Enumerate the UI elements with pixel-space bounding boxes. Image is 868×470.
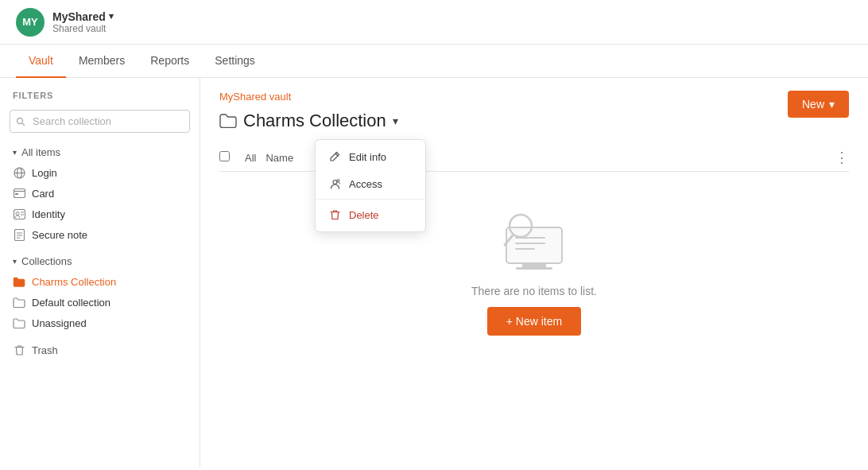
identity-label: Identity [32, 208, 65, 220]
header: MY MyShared ▾ Shared vault [0, 0, 868, 45]
note-icon [13, 228, 25, 241]
all-items-group[interactable]: ▾ All items [0, 142, 200, 162]
charms-collection-label: Charms Collection [32, 276, 116, 288]
globe-icon [13, 166, 25, 179]
dropdown-access[interactable]: Access [316, 170, 425, 197]
svg-point-17 [333, 181, 337, 185]
tab-members[interactable]: Members [66, 45, 138, 78]
identity-icon [13, 208, 25, 220]
collection-chevron-icon[interactable]: ▾ [393, 115, 398, 127]
search-box [10, 110, 190, 133]
dropdown-delete[interactable]: Delete [316, 201, 425, 228]
empty-state-illustration [490, 204, 578, 275]
collection-header: Charms Collection ▾ Edit info [219, 111, 849, 131]
breadcrumb: MyShared vault [219, 91, 849, 103]
edit-info-label: Edit info [349, 151, 386, 163]
sidebar-item-secure-note[interactable]: Secure note [0, 224, 200, 245]
svg-rect-19 [506, 227, 562, 263]
trash-icon [13, 344, 25, 356]
sidebar-item-charms-collection[interactable]: Charms Collection [0, 271, 200, 292]
new-button-chevron-icon: ▾ [829, 98, 835, 111]
sidebar-item-login[interactable]: Login [0, 162, 200, 183]
access-label: Access [349, 178, 382, 190]
access-icon [328, 177, 341, 190]
new-item-button[interactable]: + New item [487, 307, 581, 336]
sidebar-item-identity[interactable]: Identity [0, 204, 200, 224]
svg-rect-21 [516, 267, 552, 270]
filters-title: FILTERS [0, 91, 200, 110]
tab-vault[interactable]: Vault [16, 45, 66, 78]
select-all-checkbox[interactable] [219, 151, 230, 161]
card-icon [13, 187, 25, 200]
dropdown-edit-info[interactable]: Edit info [316, 143, 425, 170]
tab-settings[interactable]: Settings [202, 45, 268, 78]
folder-unassigned-icon [13, 317, 25, 329]
sidebar-item-unassigned[interactable]: Unassigned [0, 313, 200, 333]
collections-chevron-icon: ▾ [13, 257, 17, 266]
collection-folder-icon [219, 114, 237, 128]
collection-title: Charms Collection [243, 111, 386, 131]
sidebar-item-card[interactable]: Card [0, 183, 200, 204]
collections-label: Collections [21, 255, 72, 267]
edit-icon [328, 150, 341, 163]
empty-state: There are no items to list. + New item [219, 172, 849, 367]
unassigned-label: Unassigned [32, 317, 87, 329]
new-button-label: New [802, 98, 824, 111]
sidebar-item-trash[interactable]: Trash [0, 340, 200, 360]
folder-default-icon [13, 296, 25, 309]
tabs-bar: Vault Members Reports Settings [0, 45, 868, 78]
table-more-icon[interactable]: ⋮ [835, 150, 849, 165]
main-content: New ▾ MyShared vault Charms Collection ▾ [200, 78, 868, 468]
collection-dropdown-menu: Edit info Access [315, 139, 426, 232]
svg-line-1 [22, 122, 25, 125]
folder-orange-icon [13, 275, 25, 288]
tab-reports[interactable]: Reports [138, 45, 202, 78]
search-icon [16, 117, 25, 126]
avatar: MY [16, 8, 45, 37]
vault-name[interactable]: MyShared ▾ [52, 10, 114, 23]
all-items-label: All items [21, 146, 60, 158]
svg-rect-7 [15, 193, 18, 195]
delete-icon [328, 208, 341, 221]
table-check-all[interactable] [219, 151, 235, 164]
table-col-all: All [245, 152, 256, 164]
card-label: Card [32, 188, 54, 200]
delete-label: Delete [349, 209, 379, 221]
main-layout: FILTERS ▾ All items [0, 78, 868, 468]
empty-state-text: There are no items to list. [471, 285, 597, 297]
svg-point-18 [337, 180, 339, 182]
sidebar-item-default-collection[interactable]: Default collection [0, 292, 200, 313]
trash-label: Trash [32, 344, 58, 356]
vault-subtitle: Shared vault [52, 23, 114, 34]
sidebar: FILTERS ▾ All items [0, 78, 200, 468]
secure-note-label: Secure note [32, 229, 87, 241]
all-items-chevron-icon: ▾ [13, 148, 17, 157]
header-title: MyShared ▾ Shared vault [52, 10, 114, 34]
vault-chevron-icon[interactable]: ▾ [109, 11, 114, 21]
default-collection-label: Default collection [32, 297, 110, 309]
dropdown-divider [316, 199, 425, 200]
svg-point-9 [16, 212, 19, 215]
search-input[interactable] [10, 110, 190, 133]
table-header: All Name ⋮ [219, 144, 849, 172]
collections-group[interactable]: ▾ Collections [0, 251, 200, 271]
svg-rect-20 [522, 263, 546, 267]
login-label: Login [32, 167, 57, 179]
svg-line-16 [335, 153, 338, 156]
